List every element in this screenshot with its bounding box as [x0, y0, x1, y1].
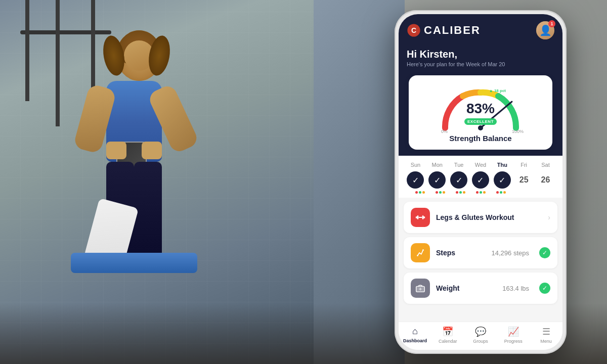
day-cell-thu[interactable]: ✓ — [493, 171, 511, 189]
dot-red-tue — [456, 191, 458, 194]
svg-point-11 — [417, 255, 418, 256]
check-circle-steps: ✓ — [539, 247, 550, 258]
day-check-mon: ✓ — [428, 171, 446, 189]
notification-badge: 1 — [548, 20, 555, 27]
calendar-icon: 📅 — [442, 326, 453, 337]
dot-group-tue — [451, 191, 469, 194]
phone-mockup: C CALIBER 1 Hi Kirsten, Here's your plan — [395, 10, 567, 354]
workout-name-steps: Steps — [436, 249, 486, 257]
caliber-icon: C — [407, 23, 421, 37]
scale-icon — [415, 283, 426, 294]
day-cell-sun[interactable]: ✓ — [406, 171, 424, 189]
workout-icon-steps — [411, 243, 430, 262]
workout-item-legs[interactable]: Legs & Glutes Workout › — [404, 202, 557, 233]
svg-rect-9 — [422, 215, 424, 219]
dot-red-wed — [476, 191, 479, 194]
gauge-excellent-badge: EXCELLENT — [464, 118, 497, 125]
gauge-card: 0% 100% ▲ 18 pct 83% EXCELLENT Strength … — [409, 75, 552, 150]
phone-shell: C CALIBER 1 Hi Kirsten, Here's your plan — [395, 10, 567, 354]
gauge-title: Strength Balance — [449, 134, 511, 143]
workout-name-legs: Legs & Glutes Workout — [436, 213, 542, 221]
nav-item-menu[interactable]: ☰ Menu — [530, 326, 562, 344]
dot-group-wed — [471, 191, 490, 194]
day-sat: Sat — [536, 162, 554, 168]
day-check-sun: ✓ — [407, 171, 424, 189]
woman-hand-right — [142, 142, 162, 159]
workout-item-weight[interactable]: Weight 163.4 lbs ✓ — [404, 272, 557, 304]
chevron-right-legs: › — [548, 213, 550, 221]
svg-rect-8 — [417, 215, 419, 219]
home-icon: ⌂ — [412, 326, 418, 337]
gauge-center: ▲ 18 pct 83% EXCELLENT — [460, 102, 501, 125]
check-circle-weight: ✓ — [539, 283, 550, 294]
dot-green-wed — [480, 191, 482, 194]
day-wed: Wed — [471, 162, 490, 168]
day-cell-sat[interactable]: 26 — [536, 171, 554, 189]
dot-green-tue — [459, 191, 462, 194]
woman-hand-left — [106, 142, 126, 159]
dot-orange-wed — [483, 191, 486, 194]
steps-icon — [415, 247, 426, 258]
svg-rect-10 — [418, 217, 422, 218]
main-content: Sun Mon Tue Wed Thu Fri Sat ✓ — [399, 156, 562, 322]
user-avatar-container[interactable]: 1 — [536, 21, 554, 39]
day-cell-fri[interactable]: 25 — [515, 171, 533, 189]
workout-list: Legs & Glutes Workout › — [399, 202, 562, 304]
nav-label-dashboard: Dashboard — [403, 338, 427, 343]
dot-group-fri — [512, 191, 530, 194]
nav-label-groups: Groups — [473, 339, 488, 344]
nav-label-progress: Progress — [504, 339, 523, 344]
woman-leg-right — [134, 162, 162, 263]
svg-text:100%: 100% — [512, 129, 524, 133]
app-title-text: CALIBER — [424, 24, 481, 37]
day-cell-tue[interactable]: ✓ — [450, 171, 468, 189]
day-tue: Tue — [450, 162, 468, 168]
dot-group-mon — [431, 191, 449, 194]
day-mon: Mon — [428, 162, 446, 168]
gauge-increase: ▲ 18 pct — [489, 88, 506, 93]
workout-value-weight: 163.4 lbs — [502, 285, 529, 292]
nav-label-menu: Menu — [540, 339, 552, 344]
vertical-bar-1 — [25, 0, 29, 101]
dot-green-mon — [439, 191, 442, 194]
day-check-tue: ✓ — [450, 171, 467, 189]
menu-icon: ☰ — [542, 326, 550, 337]
dot-group-thu — [492, 191, 510, 194]
svg-point-12 — [422, 249, 424, 251]
dot-green-thu — [500, 191, 502, 194]
dot-orange-mon — [443, 191, 445, 194]
bench-top — [71, 253, 197, 273]
day-number-sat: 26 — [541, 175, 550, 185]
svg-text:0%: 0% — [441, 129, 448, 133]
gauge-wrapper: 0% 100% ▲ 18 pct 83% EXCELLENT — [435, 82, 526, 133]
nav-item-dashboard[interactable]: ⌂ Dashboard — [399, 326, 431, 344]
day-dots-row — [405, 191, 556, 194]
day-sun: Sun — [406, 162, 424, 168]
dot-group-sat — [532, 191, 550, 194]
caliber-logo: C CALIBER — [407, 23, 481, 37]
day-cell-wed[interactable]: ✓ — [471, 171, 490, 189]
nav-item-calendar[interactable]: 📅 Calendar — [431, 326, 464, 344]
progress-icon: 📈 — [508, 326, 519, 337]
day-check-wed: ✓ — [472, 171, 489, 189]
week-days-header: Sun Mon Tue Wed Thu Fri Sat — [405, 162, 556, 168]
day-number-fri: 25 — [519, 175, 529, 185]
nav-label-calendar: Calendar — [439, 339, 457, 344]
dumbbell-icon — [415, 212, 426, 223]
day-cell-mon[interactable]: ✓ — [428, 171, 446, 189]
svg-point-3 — [478, 125, 483, 130]
workout-icon-weight — [411, 279, 430, 298]
day-check-thu: ✓ — [494, 171, 511, 189]
bottom-nav: ⌂ Dashboard 📅 Calendar 💬 Groups 📈 Progre… — [399, 322, 562, 350]
phone-screen-area: C CALIBER 1 Hi Kirsten, Here's your plan — [399, 14, 562, 350]
chat-icon: 💬 — [475, 326, 486, 337]
app-screen: C CALIBER 1 Hi Kirsten, Here's your plan — [399, 14, 562, 350]
dot-group-sun — [411, 191, 429, 194]
greeting-subtitle: Here's your plan for the Week of Mar 20 — [407, 61, 554, 67]
workout-item-steps[interactable]: Steps 14,296 steps ✓ — [404, 237, 557, 268]
workout-icon-legs — [411, 208, 430, 227]
nav-item-progress[interactable]: 📈 Progress — [497, 326, 530, 344]
workout-value-steps: 14,296 steps — [492, 249, 529, 257]
nav-item-groups[interactable]: 💬 Groups — [464, 326, 497, 344]
week-calendar: Sun Mon Tue Wed Thu Fri Sat ✓ — [399, 156, 562, 198]
